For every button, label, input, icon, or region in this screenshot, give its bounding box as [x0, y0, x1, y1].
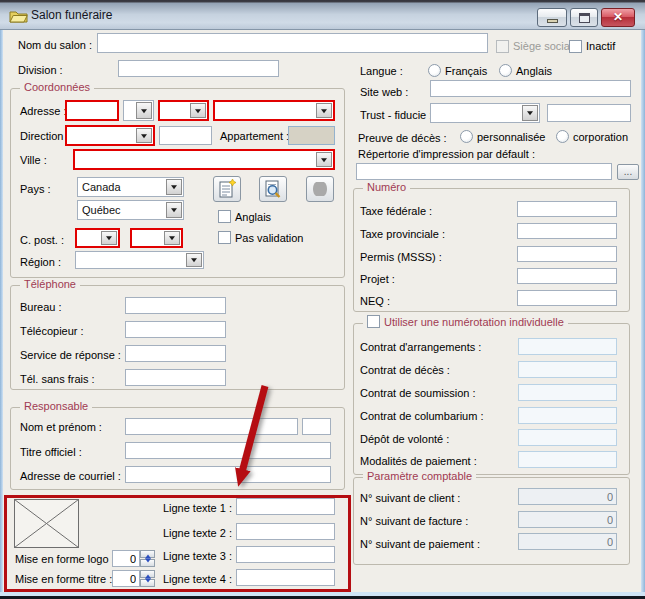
tel-sans-frais-input[interactable]: [125, 369, 226, 386]
mise-en-forme-titre-stepper[interactable]: [140, 570, 155, 587]
nom-prenom-initiales-input[interactable]: [302, 418, 331, 435]
pays-label: Pays :: [20, 183, 51, 195]
ligne-texte-1-label: Ligne texte 1 :: [160, 502, 232, 514]
stop-hand-button-disabled: [306, 176, 334, 202]
chevron-down-icon[interactable]: [164, 231, 180, 245]
direction-extra-input[interactable]: [159, 126, 212, 145]
chevron-down-icon[interactable]: [166, 179, 182, 195]
appartement-input: [288, 126, 335, 145]
ligne-texte-4-input[interactable]: [236, 569, 335, 586]
maximize-icon: [579, 13, 590, 23]
appartement-label: Appartement :: [220, 130, 289, 142]
pas-validation-checkbox[interactable]: [218, 231, 231, 244]
preuve-deces-label: Preuve de décès :: [358, 132, 447, 144]
province-combobox[interactable]: Québec: [77, 200, 184, 220]
browse-button[interactable]: ...: [617, 164, 639, 180]
adresse-civic-input[interactable]: [65, 100, 119, 121]
projet-input[interactable]: [517, 268, 617, 284]
mise-en-forme-logo-input[interactable]: [112, 550, 140, 567]
taxe-provinciale-input[interactable]: [517, 223, 617, 239]
taxe-provinciale-label: Taxe provinciale :: [360, 228, 445, 240]
chevron-down-icon[interactable]: [186, 253, 202, 267]
region-combobox[interactable]: [75, 251, 204, 269]
service-reponse-input[interactable]: [125, 345, 226, 362]
division-input[interactable]: [118, 60, 279, 77]
spin-down-icon[interactable]: [140, 559, 155, 567]
code-postal-combobox-2[interactable]: [130, 228, 183, 248]
ligne-texte-2-input[interactable]: [236, 523, 335, 540]
langue-francais-radio[interactable]: [428, 64, 441, 77]
chevron-down-icon[interactable]: [522, 105, 538, 121]
ligne-texte-3-label: Ligne texte 3 :: [160, 550, 232, 562]
pas-validation-label: Pas validation: [235, 232, 304, 244]
ville-label: Ville :: [20, 154, 47, 166]
anglais-checkbox-label: Anglais: [235, 211, 271, 223]
province-value: Québec: [82, 204, 121, 216]
bureau-input[interactable]: [125, 297, 226, 314]
bureau-label: Bureau :: [20, 301, 62, 313]
region-label: Région :: [20, 256, 61, 268]
taxe-federale-input[interactable]: [517, 201, 617, 217]
chevron-down-icon[interactable]: [136, 128, 152, 143]
inactif-checkbox[interactable]: [569, 40, 582, 53]
title-bar: Salon funéraire ✕: [0, 0, 645, 30]
trust-fiducie-input[interactable]: [547, 104, 631, 122]
service-reponse-label: Service de réponse :: [20, 349, 121, 361]
telecopieur-input[interactable]: [125, 321, 226, 338]
code-postal-combobox-1[interactable]: [75, 228, 120, 248]
trust-fiducie-label: Trust - fiducie :: [360, 109, 432, 121]
ville-combobox[interactable]: [73, 149, 335, 170]
new-document-button[interactable]: [213, 176, 241, 202]
spin-up-icon[interactable]: [140, 550, 155, 558]
modalites-paiement-label: Modalités de paiement :: [360, 455, 477, 467]
minimize-button[interactable]: [537, 8, 567, 27]
pays-combobox[interactable]: Canada: [77, 177, 184, 197]
chevron-down-icon[interactable]: [101, 231, 117, 245]
langue-label: Langue :: [360, 65, 403, 77]
repertoire-impression-input[interactable]: [356, 163, 612, 180]
anglais-checkbox[interactable]: [218, 210, 231, 223]
trust-fiducie-combobox[interactable]: [430, 103, 540, 123]
chevron-down-icon[interactable]: [316, 152, 332, 167]
langue-anglais-radio[interactable]: [499, 64, 512, 77]
depot-volonte-input: [518, 429, 617, 446]
spin-up-icon[interactable]: [140, 570, 155, 578]
adresse-courriel-label: Adresse de courriel :: [20, 470, 121, 482]
mise-en-forme-titre-input[interactable]: [112, 570, 140, 587]
chevron-down-icon[interactable]: [316, 103, 332, 118]
projet-label: Projet :: [360, 273, 395, 285]
adresse-article-combobox[interactable]: [158, 100, 209, 121]
preuve-personnalisee-radio[interactable]: [460, 130, 473, 143]
chevron-down-icon[interactable]: [166, 202, 182, 218]
direction-combobox[interactable]: [65, 125, 155, 146]
langue-francais-label: Français: [445, 65, 487, 77]
modalites-paiement-input: [518, 451, 617, 468]
telephone-title: Téléphone: [20, 278, 80, 290]
numero-title: Numéro: [363, 181, 410, 193]
window-title: Salon funéraire: [31, 8, 112, 22]
nom-du-salon-label: Nom du salon :: [18, 39, 92, 51]
adresse-rue-combobox[interactable]: [213, 100, 335, 121]
coordonnees-title: Coordonnées: [20, 81, 94, 93]
chevron-down-icon[interactable]: [190, 103, 206, 118]
suivant-paiement-label: N° suivant de paiement :: [360, 538, 480, 550]
neq-input[interactable]: [517, 290, 617, 306]
spin-down-icon[interactable]: [140, 579, 155, 587]
adresse-type-combobox[interactable]: [123, 100, 154, 121]
mise-en-forme-logo-stepper[interactable]: [140, 550, 155, 567]
numerotation-checkbox[interactable]: [367, 315, 380, 328]
suivant-facture-input: [518, 511, 617, 528]
permis-msss-input[interactable]: [517, 246, 617, 262]
logo-placeholder[interactable]: [14, 499, 79, 548]
site-web-input[interactable]: [430, 80, 631, 97]
maximize-button[interactable]: [570, 8, 598, 27]
preview-button[interactable]: [259, 176, 287, 202]
nom-du-salon-input[interactable]: [97, 33, 488, 53]
ligne-texte-3-input[interactable]: [236, 546, 335, 563]
preuve-corporation-radio[interactable]: [556, 130, 569, 143]
ligne-texte-1-input[interactable]: [236, 498, 335, 515]
chevron-down-icon[interactable]: [136, 102, 152, 119]
close-button[interactable]: ✕: [601, 8, 635, 27]
taxe-federale-label: Taxe fédérale :: [360, 205, 432, 217]
siege-social-checkbox[interactable]: [496, 40, 509, 53]
